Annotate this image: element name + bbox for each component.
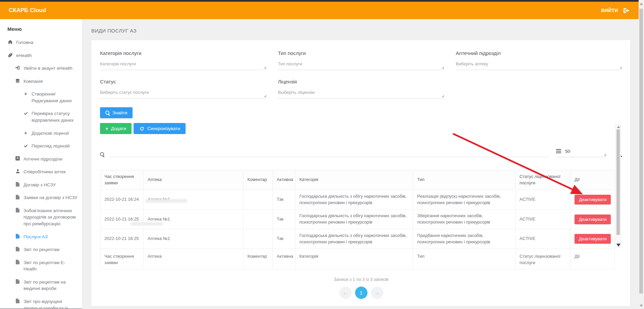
pagination-page-1[interactable]: 1 xyxy=(355,287,367,299)
filter-select[interactable]: Категорія послуги xyxy=(100,61,266,70)
file-icon xyxy=(15,279,20,292)
card-scrollbar-thumb[interactable] xyxy=(616,129,620,235)
table-row: 2022-10-21 16:25Аптека №1ТакГосподарська… xyxy=(100,209,615,229)
sidebar-item[interactable]: Компанія xyxy=(7,78,78,85)
cell-created: 2022-10-21 16:24 xyxy=(100,190,144,209)
sync-button-label: Синхронізувати xyxy=(147,126,180,131)
footer-column-header: Тип xyxy=(413,249,515,269)
sign-in-icon xyxy=(15,65,20,72)
column-header[interactable]: Категорія xyxy=(295,170,413,190)
deactivate-button[interactable]: Деактивувати xyxy=(575,214,611,224)
column-header[interactable]: Коментар xyxy=(243,170,273,190)
sidebar-item[interactable]: Перевірка статусу відправлених даних xyxy=(7,110,78,123)
select-corner-icon xyxy=(604,153,606,156)
filters-grid: Категорія послугиКатегорія послугиТип по… xyxy=(100,50,622,99)
sidebar-item-label: Заявки на договір з НСЗУ xyxy=(23,194,78,201)
add-button[interactable]: + Додати xyxy=(100,123,132,134)
plus-icon: + xyxy=(23,130,29,137)
table-search-icon xyxy=(100,152,105,157)
records-info: Записи з 1 по 3 із 3 записів xyxy=(100,277,622,282)
table-search-input[interactable] xyxy=(109,149,549,157)
sidebar-nav: ГоловнаeHealthУвійти в акаунт eHealthКом… xyxy=(7,39,78,309)
filter-select[interactable]: Выберіть ліцензію xyxy=(278,89,444,99)
find-button[interactable]: Знайти xyxy=(100,107,133,118)
sidebar-item-label: Договір з НСЗУ xyxy=(23,182,56,188)
column-header[interactable]: Активна xyxy=(273,170,295,190)
add-button-label: Додати xyxy=(111,126,126,131)
window-scrollbar[interactable] xyxy=(639,0,644,309)
sidebar-item[interactable]: +Додаткові ліцензії xyxy=(7,130,78,137)
sidebar-item[interactable]: +Створення/Редагування даних xyxy=(7,91,78,104)
column-header[interactable]: Дії xyxy=(571,170,615,190)
window-scroll-up-arrow[interactable] xyxy=(640,3,643,5)
select-corner-icon xyxy=(264,66,266,69)
sidebar-item[interactable]: Послуги АЗ xyxy=(7,234,78,240)
column-header[interactable]: Тип xyxy=(413,170,515,190)
card-scrollbar[interactable] xyxy=(615,124,621,248)
select-corner-icon xyxy=(620,66,622,69)
column-header[interactable]: Статус ліцензованої послуги xyxy=(515,170,571,190)
column-header[interactable]: Аптека xyxy=(143,170,243,190)
sidebar-item-label: Звіт по рецептам E-Health xyxy=(23,259,78,272)
pagination-prev[interactable]: ← xyxy=(339,287,352,299)
filter-select[interactable]: Тип послуги xyxy=(278,61,444,70)
deactivate-button[interactable]: Деактивувати xyxy=(575,195,611,204)
sidebar-item[interactable]: Звіт по рецептам E-Health xyxy=(7,259,78,272)
sidebar-item[interactable]: Договір з НСЗУ xyxy=(7,182,78,188)
sidebar-item[interactable]: eHealth xyxy=(7,52,78,59)
sidebar-item[interactable]: Звіт по рецептам xyxy=(7,246,78,253)
page-size-select[interactable]: 50 xyxy=(556,148,606,157)
filter-select[interactable]: Виберіть аптеку xyxy=(456,61,622,70)
plus-icon: + xyxy=(105,126,108,131)
sidebar-item[interactable]: Звіт по рецептам на медичні вироби xyxy=(7,279,78,292)
sidebar-item[interactable]: Зобов’язання аптечних підрозділів за дог… xyxy=(7,207,78,227)
select-corner-icon xyxy=(264,95,266,97)
footer-column-header: Категорія xyxy=(295,249,413,269)
sidebar-item[interactable]: Співробітники аптек xyxy=(7,169,78,175)
filter-placeholder: Виберіть статус послуги xyxy=(100,90,149,95)
cell-active: Так xyxy=(273,229,295,249)
file-icon xyxy=(15,234,20,240)
deactivate-button[interactable]: Деактивувати xyxy=(575,234,611,244)
sidebar-item-label: Компанія xyxy=(23,78,43,85)
file-icon xyxy=(15,260,20,272)
file-icon xyxy=(15,247,20,253)
window-scrollbar-thumb[interactable] xyxy=(639,9,643,294)
logout-button[interactable]: ВИЙТИ xyxy=(601,8,629,13)
cell-type: Придбання наркотичних засобів, психотроп… xyxy=(413,229,515,249)
scroll-down-arrow[interactable] xyxy=(616,244,621,247)
sidebar-item[interactable]: Звіт про відпущені лікарські засоби та ї… xyxy=(7,298,78,309)
cell-category: Господарська діяльність з обігу наркотич… xyxy=(295,190,413,209)
cell-type: Реалізація (відпуск) наркотичних засобів… xyxy=(413,190,515,209)
window-scroll-down-arrow[interactable] xyxy=(640,305,643,307)
scroll-up-arrow[interactable] xyxy=(617,126,620,128)
table-row: 2022-10-21 16:25Аптека №1ТакГосподарська… xyxy=(100,229,615,249)
sync-button[interactable]: Синхронізувати xyxy=(134,123,186,134)
menu-title: Меню xyxy=(7,26,78,32)
column-header[interactable]: Час створення заявки xyxy=(100,170,144,190)
filter-field: СтатусВиберіть статус послуги xyxy=(100,79,266,99)
sidebar-item-label: Головна xyxy=(16,39,33,46)
sidebar-item[interactable]: +Аптечні підрозділи xyxy=(7,156,78,163)
cell-comment xyxy=(243,209,273,229)
sidebar-item-label: Перегляд ліцензій xyxy=(32,143,70,149)
sidebar-item[interactable]: Заявки на договір з НСЗУ xyxy=(7,194,78,201)
sidebar-item[interactable]: Перегляд ліцензій xyxy=(7,143,78,149)
sign-out-icon xyxy=(624,8,629,13)
table-body: 2022-10-21 16:24Аптека №1ТакГосподарська… xyxy=(100,190,615,249)
filter-placeholder: Виберіть аптеку xyxy=(456,61,488,66)
redaction-smudge xyxy=(145,199,187,203)
sidebar-item[interactable]: Головна xyxy=(7,39,78,46)
filter-select[interactable]: Виберіть статус послуги xyxy=(100,89,266,99)
select-corner-icon xyxy=(442,95,444,97)
filter-field: Тип послугиТип послуги xyxy=(278,50,444,70)
cell-status: ACTIVE xyxy=(515,209,571,229)
cell-pharmacy: Аптека №1 xyxy=(143,229,243,249)
sidebar-item[interactable]: Увійти в акаунт eHealth xyxy=(7,65,78,72)
footer-column-header: Аптека xyxy=(143,249,243,269)
sync-icon xyxy=(139,126,145,131)
pagination-next[interactable]: → xyxy=(371,287,383,299)
database-icon xyxy=(15,78,20,85)
file-icon xyxy=(15,195,20,201)
cell-actions: Деактивувати xyxy=(571,229,615,249)
